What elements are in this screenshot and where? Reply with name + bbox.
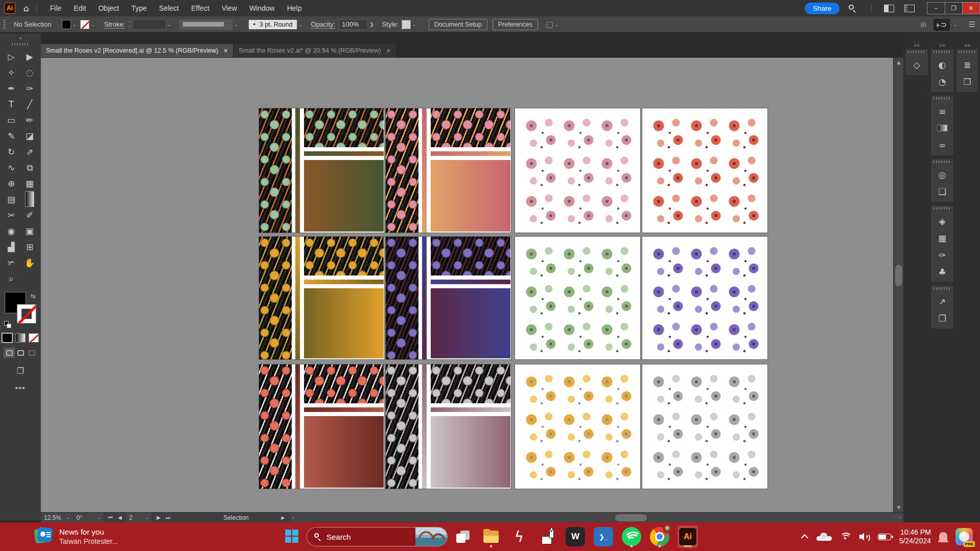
rotation-dropdown[interactable]: 0°⌄	[74, 513, 104, 523]
previous-artboard-icon[interactable]: ◀	[118, 515, 122, 520]
gradient-square[interactable]	[304, 416, 384, 488]
floral-pattern[interactable]	[649, 116, 760, 225]
chevron-down-icon[interactable]: ⌄	[412, 22, 416, 27]
arrow-right-icon[interactable]: ❯	[369, 21, 374, 27]
tab-close-icon[interactable]: ✕	[386, 48, 390, 54]
vertical-scrollbar[interactable]: ▲ ▼	[893, 58, 903, 512]
collapse-tools-icon[interactable]: «	[0, 34, 41, 41]
draw-normal-button[interactable]	[4, 348, 15, 358]
gradient-ribbon-horizontal[interactable]	[304, 151, 384, 156]
libraries-panel-icon[interactable]: ❒	[956, 73, 978, 90]
mesh-tool[interactable]: ▤	[2, 191, 20, 207]
red-blossom-board[interactable]	[642, 108, 767, 233]
panel-grip[interactable]	[908, 51, 925, 53]
panel-grip[interactable]	[959, 51, 976, 53]
menu-edit[interactable]: Edit	[67, 2, 92, 15]
menu-select[interactable]: Select	[153, 2, 185, 15]
gradient-tool[interactable]	[25, 191, 34, 207]
graphic-styles-panel-icon[interactable]: ❏	[931, 183, 953, 200]
eraser-tool[interactable]: ◪	[20, 128, 39, 144]
last-artboard-icon[interactable]: ⏭	[166, 515, 170, 521]
selection-tool[interactable]: ▷	[2, 49, 20, 64]
gradient-ribbon-horizontal[interactable]	[304, 407, 384, 412]
menu-object[interactable]: Object	[92, 2, 125, 15]
wifi-icon[interactable]	[840, 533, 851, 541]
default-fill-stroke-icon[interactable]	[4, 321, 11, 328]
menu-type[interactable]: Type	[125, 2, 153, 15]
symbol-sprayer-tool[interactable]: ▣	[20, 223, 39, 239]
pattern-strip-vertical[interactable]	[386, 108, 418, 233]
scroll-down-icon[interactable]: ▼	[894, 505, 904, 510]
document-layout-icon[interactable]	[904, 5, 915, 12]
close-button[interactable]: ✕	[962, 3, 979, 14]
floral-pattern[interactable]	[522, 116, 633, 225]
panel-grip[interactable]	[934, 207, 951, 210]
stroke-color-indicator[interactable]	[17, 305, 36, 323]
artboard-tool[interactable]: ⊞	[20, 239, 39, 255]
draw-inside-button[interactable]	[26, 348, 37, 358]
change-screen-mode-icon[interactable]: ❐	[0, 366, 41, 376]
width-tool[interactable]: ∿	[2, 159, 20, 175]
panel-grip[interactable]	[934, 51, 951, 53]
chevron-down-icon[interactable]: ⌄	[953, 22, 958, 27]
taskbar-search-box[interactable]: Search	[307, 527, 448, 546]
direct-selection-tool[interactable]: ▶	[20, 49, 39, 64]
column-graph-tool[interactable]: ▟	[2, 239, 20, 255]
scroll-up-icon[interactable]: ▲	[894, 60, 904, 65]
layers-panel-icon[interactable]: ◈	[931, 213, 953, 229]
share-button[interactable]: Share	[805, 3, 839, 14]
onedrive-icon[interactable]	[816, 533, 832, 541]
pattern-strip-horizontal[interactable]	[304, 108, 384, 147]
chevron-down-icon[interactable]: ⌄	[299, 22, 303, 27]
vertical-scrollbar-thumb[interactable]	[895, 265, 902, 286]
rotate-tool[interactable]: ↻	[2, 144, 20, 159]
pattern-strip-horizontal[interactable]	[304, 237, 384, 276]
pattern-strip-vertical[interactable]	[386, 364, 418, 489]
pattern-strip-vertical[interactable]	[386, 237, 418, 359]
battery-icon[interactable]	[878, 534, 891, 540]
restore-button[interactable]: ❐	[945, 3, 962, 14]
panel-grip[interactable]	[934, 160, 951, 163]
clock[interactable]: 10:46 PM 5/24/2024	[899, 528, 931, 545]
artboard-number-dropdown[interactable]: 2⌄	[126, 513, 152, 523]
collapse-dock-icon[interactable]: ««	[930, 41, 954, 49]
scale-tool[interactable]: ⇗	[20, 144, 39, 159]
menu-window[interactable]: Window	[243, 2, 281, 15]
powershell-button[interactable]: ❯_	[593, 525, 614, 548]
document-tab[interactable]: Small the Roses v2 [Recovered].ai @ 12.5…	[41, 44, 234, 57]
dark-w-app-button[interactable]: W	[565, 525, 586, 548]
floral-pattern[interactable]	[522, 372, 633, 481]
gradient-square[interactable]	[304, 288, 384, 358]
tab-close-icon[interactable]: ✕	[223, 48, 228, 54]
gradient-panel-icon[interactable]	[931, 120, 953, 136]
chevron-down-icon[interactable]: ⌄	[555, 22, 559, 27]
hand-tool[interactable]: ✋	[20, 255, 39, 270]
gradient-square[interactable]	[431, 288, 510, 358]
stroke-weight-field[interactable]	[132, 19, 166, 30]
transparency-panel-icon[interactable]: ∞	[931, 136, 953, 153]
home-icon[interactable]: ⌂	[24, 3, 29, 13]
opacity-field[interactable]: 100%	[338, 19, 368, 30]
none-button[interactable]	[29, 333, 39, 342]
pen-tool[interactable]: ✒	[2, 80, 20, 96]
symbols-panel-icon[interactable]: ♣	[931, 263, 953, 280]
swap-fill-stroke-icon[interactable]: ⇆	[31, 292, 36, 300]
llama-app-button[interactable]	[537, 525, 557, 548]
purple-blossom-board[interactable]	[642, 237, 767, 359]
gradient-square[interactable]	[431, 160, 510, 232]
pink-blossom-board[interactable]	[515, 108, 640, 233]
free-transform-tool[interactable]: ⧉	[20, 159, 39, 175]
menu-effect[interactable]: Effect	[185, 2, 216, 15]
status-type-label[interactable]: Selection	[223, 514, 248, 521]
chevron-down-icon[interactable]: ⌄	[73, 22, 77, 27]
pattern-strip-vertical[interactable]	[259, 364, 292, 489]
zoom-level-dropdown[interactable]: 12.5%⌄	[41, 513, 74, 523]
purple-floral-set[interactable]	[386, 237, 511, 359]
color-panel-icon[interactable]: ◐	[931, 56, 953, 73]
panel-grip[interactable]	[934, 97, 951, 100]
floral-pattern[interactable]	[649, 372, 760, 481]
arrange-documents-icon[interactable]	[884, 5, 894, 12]
gradient-ribbon-vertical[interactable]	[422, 237, 427, 359]
news-widget[interactable]: News for you Taiwan Protester...	[34, 526, 118, 546]
preferences-button[interactable]: Preferences	[493, 19, 538, 30]
